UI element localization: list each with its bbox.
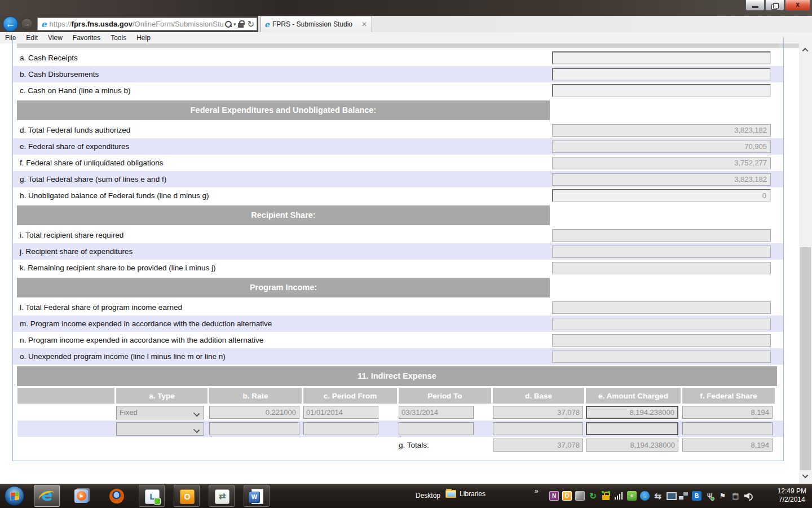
input-a[interactable]: [552, 51, 771, 64]
row-field-cell-e: 70,905: [552, 141, 783, 153]
row-field-cell-c: [552, 84, 783, 97]
scroll-down-button[interactable]: [799, 471, 812, 484]
input-j: [552, 246, 771, 258]
row-label-l: l. Total Federal share of program income…: [13, 303, 552, 312]
indirect-row-2: [17, 421, 783, 437]
form-row-a: a. Cash Receipts: [13, 50, 783, 66]
tray-icon-flag[interactable]: ⚑: [718, 491, 727, 501]
tray-icon-onenote[interactable]: N: [549, 491, 559, 501]
tray-icon-sync-arrows[interactable]: ⇆: [653, 491, 663, 501]
tray-icon-cube[interactable]: [575, 491, 585, 501]
section-header: Program Income:: [17, 278, 550, 297]
windows-taskbar: Desktop Libraries » NO↻+↔⇆BΨ⚑▤ 12:49 PM …: [0, 484, 812, 508]
form-row-c: c. Cash on Hand (line a minus b): [13, 82, 783, 99]
tray-icon-teamviewer[interactable]: ↔: [640, 491, 650, 501]
rate-input-row1: 0.221000: [209, 406, 299, 419]
toolbar-overflow-chevron[interactable]: »: [535, 487, 539, 495]
libraries-toolbar[interactable]: Libraries: [445, 490, 486, 498]
form-row-o: o. Unexpended program income (line l min…: [13, 348, 783, 365]
restore-button[interactable]: [765, 0, 784, 11]
tray-icon-bluetooth[interactable]: B: [692, 491, 701, 501]
close-button[interactable]: x: [785, 0, 810, 11]
tray-icon-monitor[interactable]: [666, 491, 676, 501]
tray-icon-lock[interactable]: [601, 491, 611, 501]
row-label-b: b. Cash Disbursements: [13, 70, 552, 78]
row-field-cell-b: [552, 68, 783, 81]
address-bar[interactable]: e https://fprs.fns.usda.gov/OnlineForm/S…: [37, 17, 257, 30]
input-k: [552, 262, 771, 274]
taskbar-app-landesk[interactable]: [139, 485, 165, 507]
browser-tab[interactable]: e FPRS - Submission Studio ✕: [261, 16, 372, 32]
taskbar-app-media-player[interactable]: [69, 485, 95, 507]
tray-icon-usb[interactable]: Ψ: [705, 491, 714, 501]
url-text: https://fprs.fns.usda.gov/OnlineForm/Sub…: [50, 20, 224, 28]
taskbar-clock[interactable]: 12:49 PM 7/2/2014: [778, 487, 806, 504]
tray-icon-refresh-green[interactable]: ↻: [588, 491, 598, 501]
tab-favicon: e: [264, 20, 270, 29]
totals-base: 37,078: [493, 439, 583, 452]
type-select-row2[interactable]: [116, 422, 204, 436]
word-icon: [249, 488, 264, 504]
col-header-f-federal-share: f. Federal Share: [682, 388, 775, 404]
row-field-cell-k: [552, 262, 783, 274]
tray-icon-signal-bars[interactable]: [614, 491, 624, 501]
start-button[interactable]: [5, 486, 24, 506]
vertical-scrollbar[interactable]: [799, 43, 812, 484]
taskbar-app-sync-center[interactable]: [209, 485, 235, 507]
taskbar-app-firefox[interactable]: [104, 485, 130, 507]
address-dropdown-icon[interactable]: ▾: [233, 21, 236, 27]
tray-icon-speaker[interactable]: [744, 491, 753, 501]
window-title-bar: x: [0, 0, 812, 16]
minimize-button[interactable]: [745, 0, 765, 11]
taskbar-app-outlook[interactable]: [174, 485, 200, 507]
tray-icon-shield[interactable]: +: [627, 491, 637, 501]
row-label-d: d. Total Federal funds authorized: [13, 126, 552, 134]
scroll-up-button[interactable]: [799, 43, 812, 56]
rate-input-row2: [209, 422, 299, 435]
row-label-g: g. Total Federal share (sum of lines e a…: [13, 175, 552, 183]
indirect-totals-row: g. Totals:37,0788,194.2380008,194: [17, 437, 783, 453]
input-b[interactable]: [552, 68, 771, 81]
refresh-icon[interactable]: ↻: [247, 20, 254, 28]
clock-date: 7/2/2014: [778, 496, 806, 504]
desktop-toolbar-label[interactable]: Desktop: [416, 492, 440, 500]
row-label-c: c. Cash on Hand (line a minus b): [13, 86, 552, 95]
row-field-cell-i: [552, 229, 783, 242]
row-field-cell-d: 3,823,182: [552, 124, 783, 137]
internet-explorer-icon: [39, 488, 55, 504]
taskbar-app-internet-explorer[interactable]: [34, 485, 60, 507]
amount-charged-input-row1[interactable]: 8,194.238000: [586, 406, 678, 419]
type-select-row1[interactable]: Fixed: [116, 406, 204, 419]
form-row-l: l. Total Federal share of program income…: [13, 299, 783, 316]
form-row-g: g. Total Federal share (sum of lines e a…: [13, 171, 783, 187]
input-d: 3,823,182: [552, 124, 771, 137]
tab-close-icon[interactable]: ✕: [357, 20, 372, 28]
row-label-a: a. Cash Receipts: [13, 54, 552, 62]
windows-logo-icon: [10, 492, 19, 500]
tab-title: FPRS - Submission Studio: [272, 20, 357, 28]
col-header-blank: [17, 388, 114, 404]
base-input-row1: 37,078: [493, 406, 583, 419]
amount-charged-input-row2[interactable]: [586, 422, 678, 435]
media-player-icon: [74, 488, 90, 504]
row-label-f: f. Federal share of unliquidated obligat…: [13, 159, 552, 167]
tray-icon-network[interactable]: [679, 491, 689, 501]
row-field-cell-l: [552, 301, 783, 314]
clock-time: 12:49 PM: [778, 487, 806, 496]
section-header-row: Program Income:: [13, 278, 783, 297]
search-icon[interactable]: [224, 20, 232, 28]
row-label-o: o. Unexpended program income (line l min…: [13, 352, 552, 361]
libraries-folder-icon: [445, 490, 456, 498]
row-label-n: n. Program income expended in accordance…: [13, 336, 552, 344]
input-c[interactable]: [552, 84, 771, 97]
back-button[interactable]: ←: [3, 16, 18, 32]
form-row-n: n. Program income expended in accordance…: [13, 332, 783, 348]
input-n: [552, 334, 771, 347]
scrollbar-thumb[interactable]: [800, 247, 811, 470]
forward-button[interactable]: →: [21, 18, 33, 30]
tray-icon-office[interactable]: O: [562, 491, 572, 501]
tray-icon-clipboard[interactable]: ▤: [731, 491, 740, 501]
sync-center-icon: [214, 488, 230, 504]
taskbar-app-word[interactable]: [244, 485, 270, 507]
input-g: 3,823,182: [552, 173, 771, 186]
